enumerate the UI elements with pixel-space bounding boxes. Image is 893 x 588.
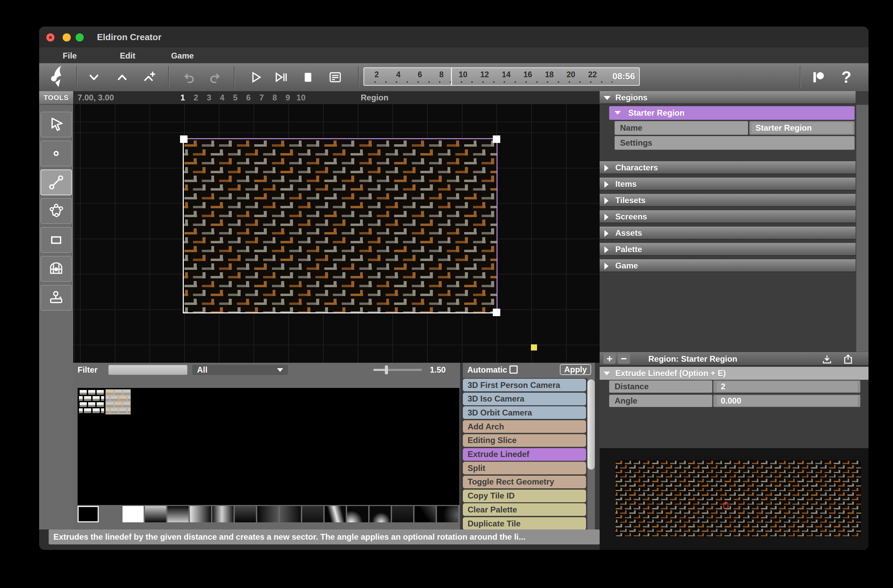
selection-handle-bottom-right[interactable] bbox=[493, 308, 500, 316]
gradient-tile-dark-soft[interactable] bbox=[302, 506, 323, 522]
tree-section-screens[interactable]: Screens bbox=[600, 210, 855, 223]
tree-section-tilesets[interactable]: Tilesets bbox=[600, 194, 855, 207]
name-field-value[interactable]: Starter Region bbox=[752, 122, 852, 133]
gradient-tile-fade-top-light[interactable] bbox=[145, 506, 166, 522]
map-canvas[interactable] bbox=[73, 104, 600, 363]
time-ruler[interactable]: 08:56 246810121416182022 bbox=[364, 68, 640, 86]
canvas-ruler-number: 3 bbox=[207, 93, 211, 102]
tree-section-items[interactable]: Items bbox=[600, 177, 855, 191]
menu-edit[interactable]: Edit bbox=[120, 48, 135, 64]
tree-section-assets[interactable]: Assets bbox=[600, 227, 855, 239]
gradient-tile-diagonal-band[interactable] bbox=[325, 506, 346, 522]
tool-linedef-button[interactable] bbox=[41, 170, 72, 195]
selection-handle-top-left[interactable] bbox=[180, 135, 188, 143]
gradient-tile-glow-bottom[interactable] bbox=[370, 506, 391, 522]
debug-log-button[interactable] bbox=[326, 68, 345, 87]
move-down-button[interactable] bbox=[84, 68, 104, 87]
patreon-button[interactable] bbox=[809, 68, 828, 87]
maximize-button[interactable] bbox=[75, 33, 84, 42]
gradient-tile-fade-center-light[interactable] bbox=[212, 506, 233, 522]
preview-cursor bbox=[723, 502, 728, 509]
slider-handle[interactable] bbox=[385, 365, 388, 374]
settings-row[interactable]: Settings bbox=[615, 136, 855, 150]
gradient-tile-fade-bottom-light[interactable] bbox=[167, 506, 188, 522]
title-bar[interactable]: Eldiron Creator bbox=[39, 27, 869, 48]
tree-section-palette[interactable]: Palette bbox=[600, 243, 855, 256]
play-button[interactable] bbox=[247, 68, 265, 87]
gradient-tile-fade-left-mid[interactable] bbox=[280, 506, 301, 522]
tile-zoom-slider[interactable] bbox=[373, 369, 422, 371]
close-button[interactable] bbox=[46, 33, 54, 42]
angle-field[interactable]: 0.000 bbox=[713, 395, 860, 407]
action-toggle-rect-geometry[interactable]: Toggle Rect Geometry bbox=[463, 476, 586, 488]
tile-grid[interactable] bbox=[78, 388, 459, 505]
gradient-tile-dark-soft-2[interactable] bbox=[392, 506, 413, 522]
action-3d-iso-camera[interactable]: 3D Iso Camera bbox=[463, 393, 586, 405]
canvas-ruler-number: 10 bbox=[296, 93, 305, 102]
add-region-button[interactable]: + bbox=[603, 353, 616, 364]
undo-button[interactable] bbox=[179, 68, 198, 87]
action-clear-palette[interactable]: Clear Palette bbox=[463, 503, 586, 516]
tree-item-starter-region[interactable]: Starter Region bbox=[609, 106, 855, 120]
import-region-button[interactable] bbox=[821, 353, 833, 365]
action-add-arch[interactable]: Add Arch bbox=[463, 420, 586, 433]
tree-section-characters[interactable]: Characters bbox=[600, 161, 855, 174]
tile-gray-bricks[interactable] bbox=[105, 389, 131, 415]
gradient-tile-solid-white[interactable] bbox=[123, 506, 144, 522]
play-pause-button[interactable] bbox=[271, 68, 290, 87]
gradient-tile-glow-right-dark[interactable] bbox=[437, 506, 458, 522]
tile-picker-panel: Filter All 1.50 bbox=[73, 363, 460, 529]
move-up-button[interactable] bbox=[113, 68, 132, 87]
gradient-tile-glow-bottom-left[interactable] bbox=[347, 506, 368, 522]
gradient-tile-solid-black[interactable] bbox=[78, 506, 99, 522]
action-list-scrollbar[interactable] bbox=[588, 379, 595, 469]
region-preview-minimap[interactable] bbox=[615, 460, 861, 537]
selected-region-rect[interactable] bbox=[183, 138, 498, 313]
tile-category-dropdown[interactable]: All bbox=[192, 365, 288, 375]
tool-rect-button[interactable] bbox=[41, 227, 72, 253]
action-extrude-linedef[interactable]: Extrude Linedef bbox=[463, 448, 586, 461]
menu-game[interactable]: Game bbox=[171, 48, 194, 64]
gradient-tile-fade-right-mid[interactable] bbox=[257, 506, 278, 522]
gradient-tile-empty[interactable] bbox=[100, 506, 121, 522]
help-button[interactable]: ? bbox=[836, 67, 857, 87]
tree-section-label: Items bbox=[615, 179, 637, 189]
gradient-tile-fade-left-light[interactable] bbox=[190, 506, 211, 522]
action-duplicate-tile[interactable]: Duplicate Tile bbox=[463, 517, 586, 529]
stop-button[interactable] bbox=[298, 68, 317, 87]
automatic-checkbox[interactable] bbox=[510, 365, 518, 374]
tool-tiles-button[interactable] bbox=[41, 256, 72, 282]
add-layer-button[interactable] bbox=[140, 68, 159, 87]
tree-section-game[interactable]: Game bbox=[600, 259, 855, 272]
toolbar-separator bbox=[800, 66, 800, 89]
tree-section-label: Screens bbox=[615, 212, 647, 221]
distance-value[interactable]: 2 bbox=[717, 382, 858, 392]
gradient-tile-diagonal-dark[interactable] bbox=[415, 506, 436, 522]
tile-white-bricks[interactable] bbox=[79, 389, 104, 415]
tool-select-button[interactable] bbox=[41, 111, 72, 137]
minimize-button[interactable] bbox=[63, 33, 71, 42]
action-3d-orbit-camera[interactable]: 3D Orbit Camera bbox=[463, 406, 586, 419]
name-field[interactable]: Starter Region bbox=[749, 121, 855, 135]
tool-vertex-button[interactable] bbox=[41, 141, 72, 166]
region-preview-area bbox=[600, 448, 869, 550]
redo-button[interactable] bbox=[206, 68, 225, 87]
extrude-linedef-header[interactable]: Extrude Linedef (Option + E) bbox=[600, 367, 869, 380]
vertex-marker[interactable] bbox=[531, 344, 537, 350]
export-region-button[interactable] bbox=[842, 353, 854, 365]
gradient-tile-fade-down-dark[interactable] bbox=[235, 506, 256, 522]
remove-region-button[interactable]: − bbox=[618, 353, 630, 364]
tool-game-button[interactable] bbox=[41, 285, 72, 311]
action-3d-first-person-camera[interactable]: 3D First Person Camera bbox=[463, 379, 586, 391]
action-editing-slice[interactable]: Editing Slice bbox=[463, 434, 586, 447]
apply-button[interactable]: Apply bbox=[560, 364, 591, 375]
menu-file[interactable]: File bbox=[63, 48, 77, 64]
action-copy-tile-id[interactable]: Copy Tile ID bbox=[463, 490, 586, 502]
angle-value[interactable]: 0.000 bbox=[717, 396, 858, 406]
action-split[interactable]: Split bbox=[463, 462, 586, 474]
distance-field[interactable]: 2 bbox=[713, 380, 860, 393]
filter-input[interactable] bbox=[108, 365, 188, 375]
selection-handle-top-right[interactable] bbox=[493, 135, 500, 143]
tool-sector-button[interactable] bbox=[41, 198, 72, 224]
tree-section-regions[interactable]: Regions bbox=[600, 91, 855, 104]
